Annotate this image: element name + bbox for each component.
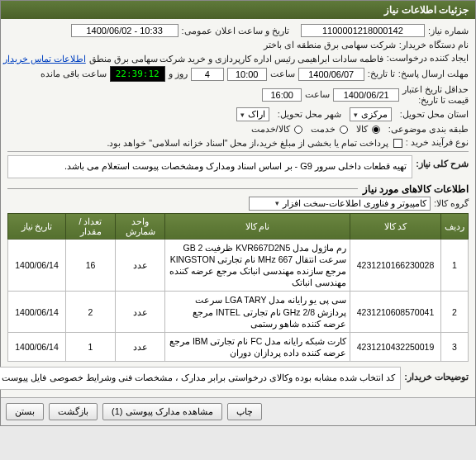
creator-value: فاطمه سادات ابراهیمی رئیس اداره کارپرداز… — [89, 54, 383, 64]
creator-label: ایجاد کننده درخواست: — [387, 53, 469, 64]
time-word-2: ساعت — [305, 89, 330, 100]
cell-row: 3 — [441, 332, 469, 361]
chevron-down-icon: ▾ — [240, 111, 245, 119]
cell-code: 4231210166230028 — [350, 239, 441, 292]
th-code: کد کالا — [350, 213, 441, 239]
cell-date: 1400/06/14 — [8, 292, 66, 333]
countdown-clock: 22:39:12 — [110, 66, 165, 82]
goods-section-title: اطلاعات کالاهای مورد نیاز — [363, 183, 469, 195]
footer-bar: بستن بازگشت مشاهده مدارک پیوستی (1) چاپ — [1, 397, 475, 425]
radio-goods[interactable]: کالا — [356, 124, 380, 135]
attachments-button[interactable]: مشاهده مدارک پیوستی (1) — [102, 403, 222, 420]
cell-qty: 2 — [66, 292, 116, 333]
th-date: تاریخ نیاز — [8, 213, 66, 239]
city-label: شهر محل تحویل: — [278, 109, 341, 120]
proc-label: نوع فرآیند خرید : — [406, 137, 469, 148]
cell-qty: 1 — [66, 332, 116, 361]
buyer-notes-label: توضیحات خریدار: — [404, 372, 469, 382]
announce-label: تاریخ و ساعت اعلان عمومی: — [182, 26, 289, 36]
group-value: کامپیوتر و فناوری اطلاعات-سخت افزار — [283, 198, 426, 209]
buyer-notes-text: کد انتخاب شده مشابه بوده وکالای درخواستی… — [0, 372, 395, 382]
group-label: گروه کالا: — [434, 198, 469, 209]
th-qty: تعداد / مقدار — [66, 213, 116, 239]
province-label: استان محل تحویل: — [400, 109, 469, 120]
cell-qty: 16 — [66, 239, 116, 292]
deadline-label: مهلت ارسال پاسخ: — [398, 69, 469, 79]
desc-label: شرح کلی نیاز: — [416, 159, 469, 169]
class-label: طبقه بندی موضوعی: — [388, 124, 469, 135]
radio-both[interactable]: کالا/خدمت — [251, 124, 302, 135]
table-row[interactable]: 34231210432250019کارت شبکه رایانه مدل FC… — [8, 332, 469, 361]
radio-service[interactable]: خدمت — [311, 124, 348, 135]
table-header-row: ردیف کد کالا نام کالا واحد شمارش تعداد /… — [8, 213, 469, 239]
cell-unit: عدد — [116, 239, 165, 292]
group-select[interactable]: کامپیوتر و فناوری اطلاعات-سخت افزار ▾ — [249, 197, 431, 211]
deadline-date-input[interactable] — [298, 68, 364, 81]
th-row: ردیف — [441, 213, 469, 239]
city-select[interactable]: اراک ▾ — [236, 107, 269, 121]
th-name: نام کالا — [165, 213, 350, 239]
city-value: اراک — [248, 109, 265, 120]
cell-unit: عدد — [116, 332, 165, 361]
desc-text: تهیه قطعات داخلی سرور G9 - بر اساس اسناد… — [64, 161, 407, 171]
remain-text: ساعت باقی مانده — [40, 69, 107, 79]
cell-name: رم ماژول مدل KVR667D2N5 ظرفیت GB 2 سرعت … — [165, 239, 350, 292]
th-unit: واحد شمارش — [116, 213, 165, 239]
table-row[interactable]: 24231210608570041سی پی یو رایانه مدل LGA… — [8, 292, 469, 333]
valid-date-input[interactable] — [333, 88, 399, 102]
goods-table: ردیف کد کالا نام کالا واحد شمارش تعداد /… — [7, 213, 469, 363]
days-count-input[interactable] — [191, 68, 224, 81]
table-row[interactable]: 14231210166230028رم ماژول مدل KVR667D2N5… — [8, 239, 469, 292]
buyer-notes-box: کد انتخاب شده مشابه بوده وکالای درخواستی… — [0, 367, 401, 390]
province-value: مرکزی — [361, 109, 388, 120]
desc-box: تهیه قطعات داخلی سرور G9 - بر اساس اسناد… — [7, 155, 412, 178]
window-title: جزئیات اطلاعات نیاز — [384, 4, 469, 16]
buyer-org-value: شرکت سهامی برق منطقه ای باختر — [264, 40, 396, 50]
cell-code: 4231210608570041 — [350, 292, 441, 333]
chevron-down-icon: ▾ — [354, 111, 358, 119]
cell-name: کارت شبکه رایانه مدل FC نام تجارتی IBM م… — [165, 332, 350, 361]
days-text: روز و — [169, 69, 188, 79]
cell-unit: عدد — [116, 292, 165, 333]
titlebar: جزئیات اطلاعات نیاز — [1, 1, 475, 19]
cell-row: 1 — [441, 239, 469, 292]
cell-code: 4231210432250019 — [350, 332, 441, 361]
back-button[interactable]: بازگشت — [49, 403, 98, 420]
separator — [7, 151, 469, 152]
need-no-input[interactable] — [301, 24, 425, 37]
chevron-down-icon: ▾ — [275, 199, 279, 207]
cell-row: 2 — [441, 292, 469, 333]
close-button[interactable]: بستن — [6, 403, 44, 420]
window: جزئیات اطلاعات نیاز شماره نیاز: تاریخ و … — [0, 0, 476, 426]
content-area: شماره نیاز: تاریخ و ساعت اعلان عمومی: نا… — [1, 19, 475, 397]
cell-date: 1400/06/14 — [8, 332, 66, 361]
cell-name: سی پی یو رایانه مدل LGA TARY سرعت پردازش… — [165, 292, 350, 333]
goods-section-header: اطلاعات کالاهای مورد نیاز — [7, 183, 469, 195]
print-button[interactable]: چاپ — [227, 403, 262, 420]
need-no-label: شماره نیاز: — [428, 26, 469, 36]
time-word-1: ساعت — [270, 69, 295, 79]
cell-date: 1400/06/14 — [8, 239, 66, 292]
valid-time-input[interactable] — [262, 88, 302, 102]
contact-link[interactable]: اطلاعات تماس خریدار — [3, 54, 86, 64]
buyer-org-label: نام دستگاه خریدار: — [399, 40, 469, 50]
deadline-until: تا تاریخ: — [368, 69, 395, 79]
deadline-time-input[interactable] — [227, 68, 267, 81]
province-select[interactable]: مرکزی ▾ — [350, 107, 392, 121]
proc-checkbox[interactable] — [392, 137, 402, 148]
valid-until-label: حداقل تاریخ اعتبار — [402, 84, 469, 95]
price-until-label: قیمت تا تاریخ: — [402, 95, 469, 106]
proc-text: پرداخت تمام یا بخشی از مبلغ خرید،از محل … — [107, 138, 388, 148]
announce-input[interactable] — [71, 24, 178, 37]
